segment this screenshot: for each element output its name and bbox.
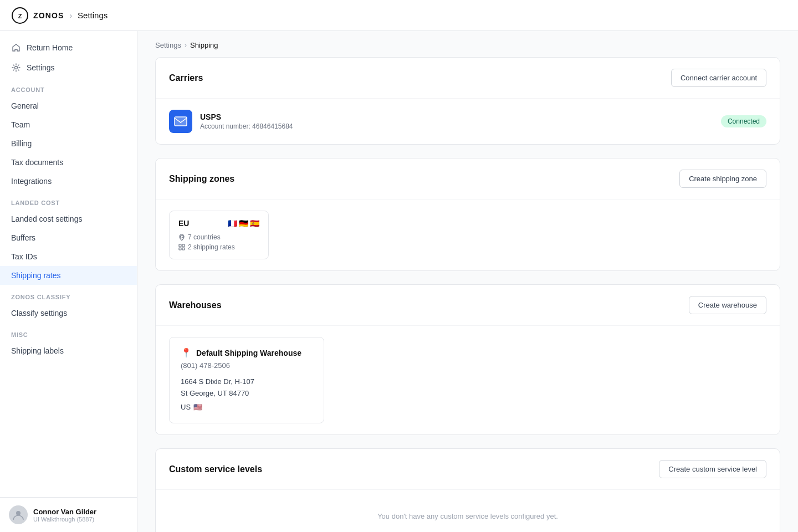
sidebar-item-label: Integrations	[11, 177, 52, 186]
svg-rect-8	[182, 244, 185, 247]
sidebar-item-label: General	[11, 101, 39, 110]
grid-icon	[178, 244, 185, 250]
zone-countries-text: 7 countries	[188, 233, 221, 241]
svg-text:Z: Z	[18, 13, 22, 19]
create-warehouse-button[interactable]: Create warehouse	[689, 296, 766, 314]
warehouse-card[interactable]: 📍 Default Shipping Warehouse (801) 478-2…	[169, 337, 324, 423]
svg-point-6	[181, 236, 183, 238]
sidebar-item-label: Return Home	[27, 43, 73, 52]
carriers-header: Carriers Connect carrier account	[156, 58, 780, 99]
carrier-row: USPS Account number: 46846415684 Connect…	[169, 110, 766, 133]
sidebar: Return Home Settings ACCOUNT General Tea…	[0, 31, 137, 532]
sidebar-section-landed-cost: LANDED COST	[0, 191, 137, 209]
sidebar-item-settings[interactable]: Settings	[0, 58, 137, 78]
warehouse-country: US 🇺🇸	[181, 402, 313, 413]
custom-service-levels-body: You don't have any custom service levels…	[156, 490, 780, 532]
flag-es: 🇪🇸	[250, 219, 259, 228]
sidebar-item-label: Team	[11, 120, 30, 129]
zone-flags: 🇫🇷 🇩🇪 🇪🇸	[228, 219, 259, 228]
sidebar-item-shipping-rates[interactable]: Shipping rates	[0, 266, 137, 285]
shipping-zones-header: Shipping zones Create shipping zone	[156, 158, 780, 200]
topbar-chevron-icon: ›	[69, 11, 72, 20]
carriers-body: USPS Account number: 46846415684 Connect…	[156, 99, 780, 144]
svg-rect-9	[179, 248, 181, 250]
sidebar-item-billing[interactable]: Billing	[0, 134, 137, 153]
layout: Return Home Settings ACCOUNT General Tea…	[0, 31, 798, 532]
connect-carrier-button[interactable]: Connect carrier account	[671, 69, 766, 87]
pin-icon: 📍	[181, 347, 192, 358]
carriers-section: Carriers Connect carrier account USPS	[155, 57, 780, 145]
user-subtitle: UI Walkthrough (5887)	[33, 516, 96, 523]
warehouse-city-state-zip: St George, UT 84770	[181, 388, 313, 400]
sidebar-item-shipping-labels[interactable]: Shipping labels	[0, 341, 137, 360]
user-name: Connor Van Gilder	[33, 508, 96, 516]
sidebar-item-tax-documents[interactable]: Tax documents	[0, 153, 137, 172]
sidebar-item-label: Tax documents	[11, 158, 63, 167]
logo-text: ZONOS	[33, 11, 64, 20]
sidebar-item-classify-settings[interactable]: Classify settings	[0, 304, 137, 323]
warehouse-phone: (801) 478-2506	[181, 361, 313, 370]
home-icon	[11, 43, 21, 53]
shipping-zones-body: EU 🇫🇷 🇩🇪 🇪🇸 7 countries 2 shippi	[156, 200, 780, 270]
sidebar-item-general[interactable]: General	[0, 96, 137, 115]
warehouse-country-flag: 🇺🇸	[193, 402, 202, 413]
custom-service-levels-section: Custom service levels Create custom serv…	[155, 448, 780, 532]
custom-service-levels-header: Custom service levels Create custom serv…	[156, 449, 780, 490]
svg-rect-4	[175, 117, 187, 126]
carrier-name: USPS	[200, 112, 713, 121]
sidebar-item-landed-cost-settings[interactable]: Landed cost settings	[0, 209, 137, 228]
sidebar-item-buffers[interactable]: Buffers	[0, 228, 137, 247]
create-shipping-zone-button[interactable]: Create shipping zone	[679, 170, 766, 188]
warehouse-name-row: 📍 Default Shipping Warehouse	[181, 347, 313, 358]
main-content: Settings › Shipping Carriers Connect car…	[137, 31, 798, 532]
sidebar-item-tax-ids[interactable]: Tax IDs	[0, 247, 137, 266]
flag-fr: 🇫🇷	[228, 219, 237, 228]
carriers-title: Carriers	[169, 73, 203, 83]
svg-rect-10	[182, 248, 185, 250]
breadcrumb-current: Shipping	[190, 41, 218, 49]
flag-de: 🇩🇪	[239, 219, 248, 228]
no-content-text: You don't have any custom service levels…	[169, 501, 766, 526]
sidebar-section-misc: MISC	[0, 323, 137, 341]
svg-point-3	[16, 511, 21, 515]
warehouse-address: 1664 S Dixie Dr, H-107 St George, UT 847…	[181, 376, 313, 413]
sidebar-item-label: Shipping labels	[11, 346, 64, 355]
zone-name: EU	[178, 219, 189, 228]
warehouse-address-line1: 1664 S Dixie Dr, H-107	[181, 376, 313, 388]
svg-point-2	[15, 66, 18, 69]
logo[interactable]: Z ZONOS	[11, 7, 64, 24]
sidebar-item-team[interactable]: Team	[0, 115, 137, 134]
avatar	[9, 505, 28, 524]
svg-rect-7	[179, 244, 181, 247]
create-custom-service-level-button[interactable]: Create custom service level	[659, 460, 766, 478]
topbar: Z ZONOS › Settings	[0, 0, 798, 31]
location-icon	[178, 234, 185, 241]
breadcrumb-settings-link[interactable]: Settings	[155, 41, 181, 49]
sidebar-section-classify: ZONOS CLASSIFY	[0, 285, 137, 304]
sidebar-item-return-home[interactable]: Return Home	[0, 38, 137, 58]
sidebar-section-account: ACCOUNT	[0, 78, 137, 96]
warehouse-country-text: US	[181, 402, 191, 413]
gear-icon	[11, 63, 21, 73]
carrier-info: USPS Account number: 46846415684	[200, 112, 713, 130]
custom-service-levels-title: Custom service levels	[169, 464, 262, 474]
warehouses-header: Warehouses Create warehouse	[156, 285, 780, 326]
zone-countries: 7 countries	[178, 233, 259, 241]
sidebar-item-label: Classify settings	[11, 309, 67, 318]
breadcrumb-chevron-icon: ›	[185, 42, 187, 49]
zone-card-eu[interactable]: EU 🇫🇷 🇩🇪 🇪🇸 7 countries 2 shippi	[169, 211, 269, 259]
carrier-account: Account number: 46846415684	[200, 122, 713, 130]
sidebar-item-label: Landed cost settings	[11, 214, 82, 223]
sidebar-item-label: Tax IDs	[11, 252, 37, 261]
zone-rates-text: 2 shipping rates	[188, 243, 235, 251]
shipping-zones-section: Shipping zones Create shipping zone EU 🇫…	[155, 158, 780, 271]
sidebar-footer: Connor Van Gilder UI Walkthrough (5887)	[0, 497, 137, 532]
warehouses-body: 📍 Default Shipping Warehouse (801) 478-2…	[156, 326, 780, 434]
warehouses-title: Warehouses	[169, 300, 222, 310]
sidebar-nav: Return Home Settings ACCOUNT General Tea…	[0, 31, 137, 497]
sidebar-item-label: Billing	[11, 139, 32, 148]
shipping-zones-title: Shipping zones	[169, 174, 234, 184]
carrier-icon	[169, 110, 192, 133]
sidebar-item-integrations[interactable]: Integrations	[0, 172, 137, 191]
topbar-title: Settings	[78, 11, 108, 20]
